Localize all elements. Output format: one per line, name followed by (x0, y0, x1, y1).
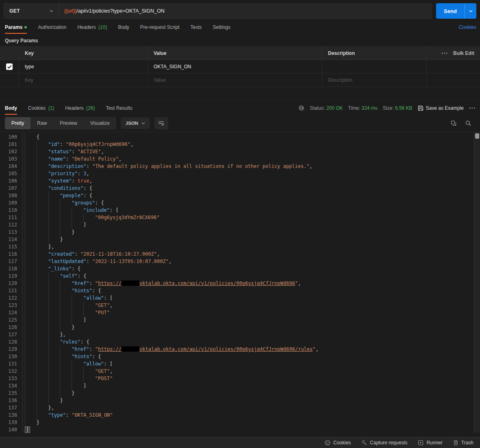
tab-tests[interactable]: Tests (191, 24, 202, 34)
code-token: true (78, 178, 89, 184)
code-token: } (37, 420, 39, 425)
view-tab-raw[interactable]: Raw (30, 117, 53, 129)
code-token: "name" (48, 156, 66, 162)
param-value-placeholder[interactable]: Value (148, 74, 322, 87)
code-token: , (130, 141, 133, 147)
code-token: }, (60, 332, 65, 337)
response-body-viewer[interactable]: 100{101"id": "00p6ysjq4CfJrnpWd696",102"… (0, 132, 480, 433)
code-token: "00p6ysjq4CfJrnpWd696" (66, 141, 130, 147)
code-line: 119"self": { (0, 272, 480, 280)
code-token: : { (80, 339, 89, 345)
code-token: : (87, 163, 92, 169)
view-tab-preview[interactable]: Preview (53, 117, 84, 129)
save-icon (418, 105, 424, 111)
param-enabled-checkbox[interactable] (6, 63, 13, 70)
line-number: 108 (0, 192, 17, 199)
param-value-cell[interactable]: OKTA_SIGN_ON (148, 60, 322, 73)
param-key-cell[interactable]: type (19, 60, 148, 73)
tab-params[interactable]: Params (5, 24, 27, 34)
code-line: 113} (0, 228, 480, 236)
code-token: "id" (48, 141, 60, 147)
vertical-scrollbar[interactable] (474, 132, 480, 433)
tab-settings[interactable]: Settings (213, 24, 230, 34)
response-more-options-button[interactable] (469, 107, 475, 109)
code-token: "Default Policy" (72, 156, 119, 162)
code-line: 111"00g6ysjq3dYmZr8CX696" (0, 214, 480, 221)
footer-item-label: Capture requests (370, 440, 407, 446)
tab-pre-request-script[interactable]: Pre-request Script (140, 24, 180, 34)
copy-button[interactable] (451, 120, 456, 126)
code-link[interactable]: https:// (98, 281, 122, 286)
line-number: 102 (0, 148, 17, 155)
chevron-down-icon (50, 10, 53, 12)
code-token: " (313, 346, 315, 352)
send-button[interactable]: Send (436, 3, 465, 19)
chevron-down-icon (141, 122, 145, 124)
url-input[interactable]: {{url}}/api/v1/policies?type=OKTA_SIGN_O… (59, 4, 432, 18)
view-tab-pretty[interactable]: Pretty (5, 117, 30, 129)
method-select[interactable]: GET (4, 4, 59, 18)
cookies-link[interactable]: Cookies (459, 24, 476, 34)
footer-item-label: Runner (426, 440, 442, 446)
request-bar: GET {{url}}/api/v1/policies?type=OKTA_SI… (4, 3, 476, 19)
send-options-button[interactable] (465, 3, 476, 19)
code-token: , (298, 281, 301, 286)
code-token: "self" (60, 273, 77, 279)
line-number: 111 (0, 214, 17, 221)
line-number: 134 (0, 382, 17, 389)
save-as-example-button[interactable]: Save as Example (418, 105, 464, 111)
footer-item-label: Trash (461, 440, 473, 446)
tab-body[interactable]: Body (5, 105, 17, 115)
network-info-icon[interactable] (298, 105, 304, 111)
code-token: "PUT" (95, 310, 110, 315)
code-link[interactable]: https:// (98, 346, 122, 352)
code-link[interactable]: oktalab.okta.com/api/v1/policies/00p6ysj… (139, 281, 295, 286)
tab-cookies[interactable]: Cookies (1) (28, 105, 54, 115)
code-token: , (316, 346, 319, 352)
query-params-table: Key Value Description Bulk Edit type OKT… (0, 46, 480, 87)
tab-authorization[interactable]: Authorization (38, 24, 66, 34)
more-options-icon[interactable] (441, 52, 447, 54)
tab-headers[interactable]: Headers (10) (77, 24, 107, 34)
code-token: : [ (104, 361, 113, 367)
capture-icon (361, 440, 367, 446)
bulk-edit-button[interactable]: Bulk Edit (453, 50, 474, 56)
footer-capture-requests[interactable]: Capture requests (361, 440, 407, 446)
code-token: } (60, 237, 63, 242)
tab-test-results[interactable]: Test Results (106, 105, 132, 115)
footer-runner[interactable]: Runner (418, 440, 442, 446)
line-number: 132 (0, 368, 17, 375)
code-token: "system" (48, 178, 72, 184)
tab-headers[interactable]: Headers (26) (65, 105, 95, 115)
line-number: 135 (0, 389, 17, 397)
param-description-placeholder[interactable]: Description (322, 74, 426, 87)
code-token: "ACTIVE" (78, 149, 101, 154)
param-key-placeholder[interactable]: Key (19, 74, 148, 87)
code-link[interactable]: oktalab.okta.com/api/v1/policies/00p6ysj… (139, 346, 313, 352)
code-line: 128"rules": { (0, 338, 480, 346)
view-tab-visualize[interactable]: Visualize (84, 117, 116, 129)
footer-trash[interactable]: Trash (453, 440, 473, 446)
search-button[interactable] (465, 120, 471, 126)
code-line: 138"type": "OKTA_SIGN_ON" (0, 411, 480, 419)
footer-cookies[interactable]: Cookies (325, 440, 351, 446)
url-builder: GET {{url}}/api/v1/policies?type=OKTA_SI… (4, 3, 432, 19)
code-token: "2021-11-18T16:10:27.000Z" (80, 251, 157, 257)
code-line: 108"people": { (0, 192, 480, 199)
code-token: "conditions" (48, 185, 84, 191)
code-token: "hints" (72, 354, 92, 359)
format-select[interactable]: JSON (121, 117, 150, 129)
line-number: 106 (0, 177, 17, 185)
line-number: 107 (0, 185, 17, 192)
code-line: 123"GET", (0, 302, 480, 309)
code-token: , (157, 251, 160, 257)
tab-body[interactable]: Body (118, 24, 129, 34)
code-token: : (72, 178, 77, 184)
scrollbar-thumb[interactable] (475, 133, 479, 139)
url-path: /api/v1/policies?type=OKTA_SIGN_ON (77, 8, 165, 14)
chevron-down-icon (469, 10, 473, 12)
code-token: : { (95, 200, 104, 206)
wrap-lines-button[interactable] (154, 117, 168, 129)
param-description-cell[interactable] (322, 60, 426, 73)
table-header-row: Key Value Description Bulk Edit (0, 47, 480, 60)
